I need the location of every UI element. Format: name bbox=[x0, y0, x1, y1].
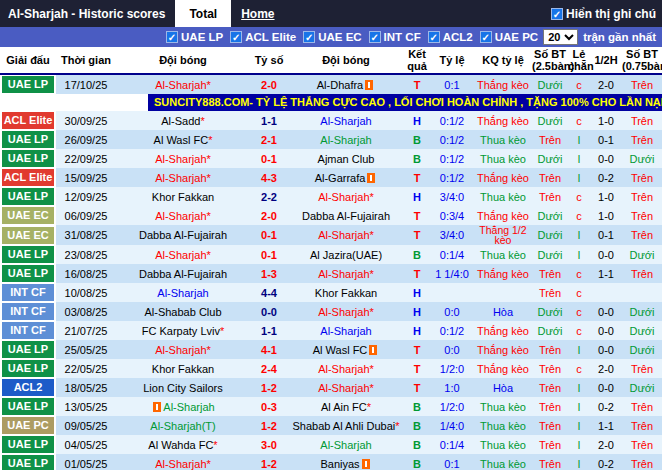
odd-even: l bbox=[568, 245, 590, 264]
checkbox-checked-icon[interactable]: ✓ bbox=[369, 31, 381, 43]
league-cell: ACL2 bbox=[0, 378, 56, 397]
handicap-odds: 0:1 bbox=[430, 454, 474, 470]
league-cell: UAE LP bbox=[0, 340, 56, 359]
home-team: Al Wasl FC* bbox=[116, 130, 250, 149]
checkbox-checked-icon[interactable]: ✓ bbox=[428, 31, 440, 43]
column-header: Đội bóng bbox=[288, 47, 404, 74]
match-date: 03/08/25 bbox=[56, 302, 116, 321]
team-name: Al-Sharjah bbox=[318, 268, 369, 280]
result: B bbox=[404, 245, 430, 264]
column-header: Tỷ lệ bbox=[430, 47, 474, 74]
match-date: 15/09/25 bbox=[56, 168, 116, 187]
away-team: Al Wasl FC bbox=[288, 340, 404, 359]
over-under-2-5: Dưới bbox=[532, 149, 568, 168]
match-row[interactable]: INT CF03/08/25Al-Shabab Club0-0Al-Sharja… bbox=[0, 302, 662, 321]
league-cell: UAE PC bbox=[0, 416, 56, 435]
star-marker: * bbox=[370, 191, 374, 203]
league-filter-int-cf[interactable]: ✓INT CF bbox=[369, 31, 421, 43]
match-row[interactable]: ACL Elite15/09/25Al-Sharjah*4-3Al-Garraf… bbox=[0, 168, 662, 187]
away-team: Al-Sharjah* bbox=[288, 359, 404, 378]
result: H bbox=[404, 321, 430, 340]
league-cell: UAE LP bbox=[0, 187, 56, 206]
league-cell: UAE LP bbox=[0, 359, 56, 378]
match-row[interactable]: UAE LP23/08/25Al-Sharjah*0-1Al Jazira(UA… bbox=[0, 245, 662, 264]
tab-home[interactable]: Home bbox=[231, 0, 284, 27]
handicap-odds: 0:0 bbox=[430, 340, 474, 359]
handicap-odds: 0:1/2 bbox=[430, 168, 474, 187]
match-row[interactable]: ACL Elite30/09/25Al-Sadd*1-1Al-SharjahH0… bbox=[0, 111, 662, 130]
match-row[interactable]: ACL218/05/25Lion City Sailors1-2Al-Sharj… bbox=[0, 378, 662, 397]
checkbox-checked-icon[interactable]: ✓ bbox=[166, 31, 178, 43]
away-team: Al Jazira(UAE) bbox=[288, 245, 404, 264]
star-marker: * bbox=[207, 153, 211, 165]
away-team: Al-Sharjah* bbox=[288, 225, 404, 245]
score: 0-1 bbox=[250, 245, 288, 264]
odd-even: l bbox=[568, 130, 590, 149]
match-row[interactable]: UAE LP22/05/25Khor Fakkan2-4Al-Sharjah*T… bbox=[0, 359, 662, 378]
odd-even: l bbox=[568, 149, 590, 168]
result: T bbox=[404, 74, 430, 94]
match-row[interactable]: INT CF10/08/25Al-Sharjah4-4Khor FakkanHT… bbox=[0, 283, 662, 302]
over-under-2-5: Trên bbox=[532, 283, 568, 302]
result: B bbox=[404, 130, 430, 149]
column-header: 1/2H bbox=[590, 47, 622, 74]
checkbox-checked-icon[interactable]: ✓ bbox=[303, 31, 315, 43]
note-icon bbox=[367, 173, 375, 183]
odd-even: c bbox=[568, 321, 590, 340]
over-under-2-5: Dưới bbox=[532, 321, 568, 340]
league-cell: UAE EC bbox=[0, 225, 56, 245]
note-icon bbox=[369, 345, 377, 355]
league-filter-acl-elite[interactable]: ✓ACL Elite bbox=[230, 31, 296, 43]
team-name: FC Karpaty Lviv bbox=[142, 325, 220, 337]
match-row[interactable]: INT CF21/07/25FC Karpaty Lviv*1-1Al-Shar… bbox=[0, 321, 662, 340]
league-badge: ACL Elite bbox=[2, 169, 54, 186]
first-half-score: 0-2 bbox=[590, 168, 622, 187]
league-filter-uae-pc[interactable]: ✓UAE PC bbox=[480, 31, 538, 43]
home-team: Khor Fakkan bbox=[116, 359, 250, 378]
match-date: 25/05/25 bbox=[56, 340, 116, 359]
away-team: Al-Sharjah bbox=[288, 435, 404, 454]
score: 0-1 bbox=[250, 225, 288, 245]
league-cell: UAE LP bbox=[0, 264, 56, 283]
handicap-odds: 1:0 bbox=[430, 378, 474, 397]
league-cell: UAE LP bbox=[0, 397, 56, 416]
league-filter-uae-ec[interactable]: ✓UAE EC bbox=[303, 31, 361, 43]
team-name: Baniyas bbox=[320, 458, 359, 470]
match-row[interactable]: UAE LP26/09/25Al Wasl FC*2-1Al-SharjahB0… bbox=[0, 130, 662, 149]
match-row[interactable]: UAE LP16/08/25Dabba Al-Fujairah1-3Al-Sha… bbox=[0, 264, 662, 283]
over-under-2-5: Dưới bbox=[532, 74, 568, 94]
match-row[interactable]: UAE LP25/05/25Al-Sharjah*4-1Al Wasl FCT0… bbox=[0, 340, 662, 359]
over-under-2-5: Trên bbox=[532, 340, 568, 359]
over-under-2-5: Trên bbox=[532, 454, 568, 470]
show-notes-toggle[interactable]: ✓ Hiển thị ghi chú bbox=[551, 0, 662, 27]
match-row[interactable]: UAE EC06/09/25Al-Sharjah*2-0Dabba Al-Fuj… bbox=[0, 206, 662, 225]
match-row[interactable]: UAE EC31/08/25Dabba Al-Fujairah0-1Al-Sha… bbox=[0, 225, 662, 245]
tab-total[interactable]: Total bbox=[175, 0, 231, 27]
league-filter-acl2[interactable]: ✓ACL2 bbox=[428, 31, 473, 43]
match-row[interactable]: UAE LP22/09/25Al-Sharjah*0-1Ajman ClubB0… bbox=[0, 149, 662, 168]
league-filter-uae-lp[interactable]: ✓UAE LP bbox=[166, 31, 223, 43]
team-name: Lion City Sailors bbox=[143, 382, 222, 394]
match-row[interactable]: UAE LP01/05/25Al-Sharjah*1-2BaniyasB0:1T… bbox=[0, 454, 662, 470]
recent-count-select[interactable]: 20 bbox=[543, 29, 578, 45]
match-row[interactable]: UAE LP04/05/25Al Wahda FC*3-0Al-SharjahB… bbox=[0, 435, 662, 454]
first-half-score: 0-0 bbox=[590, 302, 622, 321]
match-row[interactable]: UAE LP12/09/25Khor Fakkan2-2Al-Sharjah*H… bbox=[0, 187, 662, 206]
odd-even: l bbox=[568, 378, 590, 397]
match-row[interactable]: UAE LP17/10/25Al-Sharjah*2-0Al-DhafraT0:… bbox=[0, 74, 662, 94]
away-team: Al-Sharjah* bbox=[288, 264, 404, 283]
over-under-0-75: Dưới bbox=[622, 321, 662, 340]
home-team: Al-Sadd* bbox=[116, 111, 250, 130]
ad-banner-link[interactable]: SUNCITY888.COM- TỶ LỆ THẮNG CỰC CAO , LỐ… bbox=[148, 94, 662, 111]
over-under-2-5: Trên bbox=[532, 168, 568, 187]
over-under-2-5: Trên bbox=[532, 264, 568, 283]
checkbox-checked-icon[interactable]: ✓ bbox=[480, 31, 492, 43]
column-header: Tỷ số bbox=[250, 47, 288, 74]
handicap-odds: 1/2:0 bbox=[430, 359, 474, 378]
match-row[interactable]: UAE LP13/05/25Al-Sharjah0-3Al Ain FC*B1/… bbox=[0, 397, 662, 416]
team-name: Dabba Al-Fujairah bbox=[139, 229, 227, 241]
checkbox-checked-icon[interactable]: ✓ bbox=[551, 8, 563, 20]
match-row[interactable]: UAE PC09/05/25Al-Sharjah(T)1-2Shabab Al … bbox=[0, 416, 662, 435]
checkbox-checked-icon[interactable]: ✓ bbox=[230, 31, 242, 43]
match-date: 17/10/25 bbox=[56, 74, 116, 94]
